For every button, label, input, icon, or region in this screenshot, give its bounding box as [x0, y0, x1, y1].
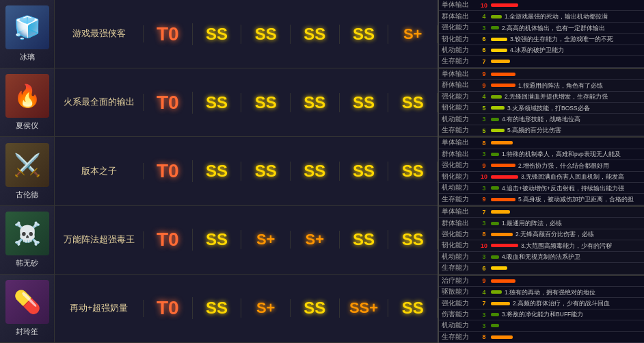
- stat-bar-gulunde-4: [491, 186, 499, 190]
- rating-cell-bingru-5: S+: [388, 25, 438, 43]
- stat-name-hanwusha-4: 机动能力: [439, 253, 477, 262]
- stat-bar-bingru-2: [491, 26, 499, 29]
- rating-cell-bingru-3: SS: [291, 25, 340, 44]
- avatar-image-bingru: 🧊: [5, 5, 49, 49]
- stat-name-xiahouyi-1: 群体输出: [439, 81, 477, 90]
- rating-cell-bingru-0: T0: [144, 23, 193, 45]
- stat-bar-container-hanwusha-1: 31.最通用的阵法，必练: [477, 220, 644, 227]
- rating-cell-xiahouyi-1: SS: [193, 93, 242, 112]
- rating-cell-bingru-4: SS: [340, 25, 389, 44]
- stat-name-gulunde-4: 机动能力: [439, 183, 477, 192]
- rating-cell-hanwusha-4: SS: [340, 230, 389, 249]
- hero-name-bingru: 冰璃: [20, 52, 35, 62]
- stat-name-xiahouyi-4: 机动能力: [439, 115, 477, 124]
- stat-value-hanwusha-5: 6: [479, 265, 489, 272]
- stat-value-bingru-4: 6: [479, 47, 489, 53]
- stat-value-gulunde-1: 3: [479, 151, 489, 157]
- stat-bar-container-xiahouyi-1: 91.很通用的阵法，角色有了必练: [477, 82, 644, 89]
- hero-row-gulunde: ⚔️古伦德版本之子T0SSSSSSSSSS: [0, 137, 438, 205]
- stat-name-hanwusha-3: 韧化能力: [439, 241, 477, 250]
- stat-bar-container-bingru-3: 63.较强的生存能力，全游戏唯一的不死: [477, 36, 644, 42]
- stat-row-bingru-0: 单体输出10: [439, 0, 644, 11]
- stat-name-hanwusha-0: 单体输出: [439, 207, 477, 216]
- stat-value-xiahouyi-1: 9: [479, 82, 489, 89]
- stat-name-bingru-1: 群体输出: [439, 12, 477, 21]
- stat-bar-container-fengling-4: 3: [477, 322, 644, 329]
- stat-value-gulunde-2: 9: [479, 162, 489, 169]
- stat-name-fengling-2: 强化能力: [439, 299, 477, 308]
- stat-bar-container-gulunde-0: 8: [477, 140, 644, 147]
- stat-value-hanwusha-3: 10: [479, 242, 489, 249]
- avatar-fengling: 💊封玲笙: [0, 275, 55, 342]
- stat-row-gulunde-4: 机动能力34.追击+被动增伤+反击射程，持续输出能力强: [439, 183, 644, 194]
- hero-desc-bingru: 游戏最强侠客: [55, 25, 144, 42]
- stat-name-xiahouyi-5: 生存能力: [439, 126, 477, 135]
- stat-name-xiahouyi-3: 韧化能力: [439, 103, 477, 112]
- stat-row-xiahouyi-0: 单体输出9: [439, 69, 644, 80]
- stat-name-bingru-2: 强化能力: [439, 23, 477, 32]
- rating-cell-xiahouyi-0: T0: [144, 92, 193, 114]
- stat-row-bingru-5: 生存能力7: [439, 56, 644, 67]
- stat-bar-container-xiahouyi-3: 53.火系领域技能，打BOSS必备: [477, 105, 644, 112]
- left-panel: 🧊冰璃游戏最强侠客T0SSSSSSSSS+🔥夏侯仪火系最全面的输出T0SSSSS…: [0, 0, 438, 343]
- stat-desc-fengling-2: 2.高频的群体治疗，少有的战斗回血: [511, 300, 643, 307]
- stat-desc-xiahouyi-2: 2.无锋回满血并提供增发，生存能力强: [503, 93, 643, 100]
- stat-bar-container-bingru-2: 32.高高的机体输出，也有一定群体输出: [477, 25, 644, 31]
- stat-row-hanwusha-5: 生存能力6: [439, 263, 644, 274]
- rating-cell-xiahouyi-3: SS: [291, 93, 340, 112]
- rating-cell-xiahouyi-4: SS: [340, 93, 389, 112]
- stat-bar-container-gulunde-1: 31.特殊的机制拳人，高难和pvp表现无人能及: [477, 151, 644, 157]
- hero-name-xiahouyi: 夏侯仪: [16, 120, 38, 131]
- stat-bar-gulunde-0: [491, 141, 513, 144]
- stat-value-xiahouyi-2: 4: [479, 93, 489, 100]
- stat-desc-bingru-4: 4.冰系的破护卫能力: [509, 47, 643, 53]
- hero-row-fengling: 💊封玲笙再动+超强奶量T0SSS+SSSS+SS: [0, 275, 438, 343]
- stat-desc-bingru-1: 1.全游戏最强的死动，输出机动都拉满: [503, 13, 643, 20]
- stat-desc-hanwusha-3: 3.大范围高频毒能力，少有的污秽: [520, 242, 643, 249]
- rating-cell-fengling-4: SS+: [340, 299, 389, 317]
- rating-cell-fengling-0: T0: [144, 297, 193, 319]
- stat-value-gulunde-3: 10: [479, 173, 489, 180]
- rating-cell-xiahouyi-2: SS: [241, 93, 291, 112]
- hero-row-hanwusha: ☠️韩无砂万能阵法超强毒王T0SSS+S+SSSS: [0, 206, 438, 275]
- stat-bar-xiahouyi-4: [491, 118, 499, 121]
- stat-row-bingru-1: 群体输出41.全游戏最强的死动，输出机动都拉满: [439, 11, 644, 22]
- stat-name-fengling-4: 机动能力: [439, 321, 477, 330]
- rating-cell-fengling-3: SS: [291, 298, 340, 318]
- stat-bar-container-hanwusha-3: 103.大范围高频毒能力，少有的污秽: [477, 242, 644, 249]
- stat-desc-xiahouyi-5: 5.高频的百分比伤害: [506, 127, 643, 134]
- stat-value-bingru-1: 4: [479, 13, 489, 20]
- ratings-gulunde: T0SSSSSSSSSS: [144, 160, 438, 182]
- stat-row-xiahouyi-2: 强化能力42.无锋回满血并提供增发，生存能力强: [439, 92, 644, 103]
- rating-cell-bingru-2: SS: [241, 25, 291, 44]
- stat-bar-fengling-2: [491, 302, 510, 305]
- stat-bar-container-fengling-3: 33.将敌的净化能力和BUFF能力: [477, 311, 644, 318]
- stat-bar-bingru-3: [491, 38, 507, 41]
- stat-bar-container-xiahouyi-0: 9: [477, 71, 644, 77]
- stat-value-bingru-3: 6: [479, 36, 489, 42]
- stat-row-xiahouyi-1: 群体输出91.很通用的阵法，角色有了必练: [439, 80, 644, 91]
- stat-bar-container-xiahouyi-4: 34.有的地形技能，战略地位高: [477, 116, 644, 123]
- stat-desc-xiahouyi-3: 3.火系领域技能，打BOSS必备: [506, 105, 643, 112]
- stat-row-gulunde-0: 单体输出8: [439, 138, 644, 149]
- main-container: 🧊冰璃游戏最强侠客T0SSSSSSSSS+🔥夏侯仪火系最全面的输出T0SSSSS…: [0, 0, 644, 343]
- stat-value-bingru-2: 3: [479, 25, 489, 31]
- stat-desc-gulunde-3: 3.无锋回满血伤害人回血机制，能发高: [520, 173, 643, 180]
- hero-name-fengling: 封玲笙: [16, 327, 38, 337]
- stat-name-gulunde-3: 韧化能力: [439, 173, 477, 181]
- stat-bar-hanwusha-1: [491, 222, 499, 225]
- rating-cell-fengling-1: SS: [193, 298, 242, 318]
- stat-row-xiahouyi-5: 生存能力55.高频的百分比伤害: [439, 125, 644, 136]
- ratings-xiahouyi: T0SSSSSSSSSS: [144, 92, 438, 114]
- stat-bar-bingru-5: [491, 60, 510, 63]
- avatar-image-fengling: 💊: [5, 280, 49, 324]
- rating-cell-hanwusha-3: S+: [291, 231, 340, 249]
- stat-bar-gulunde-2: [491, 164, 515, 167]
- stat-bar-hanwusha-0: [491, 210, 510, 214]
- stat-desc-fengling-3: 3.将敌的净化能力和BUFF能力: [500, 311, 643, 318]
- stat-value-hanwusha-1: 3: [479, 220, 489, 227]
- stat-bar-container-fengling-0: 9: [477, 277, 644, 284]
- stat-value-fengling-3: 3: [479, 312, 489, 318]
- hero-desc-hanwusha: 万能阵法超强毒王: [55, 231, 144, 249]
- rating-cell-fengling-5: SS: [388, 298, 438, 318]
